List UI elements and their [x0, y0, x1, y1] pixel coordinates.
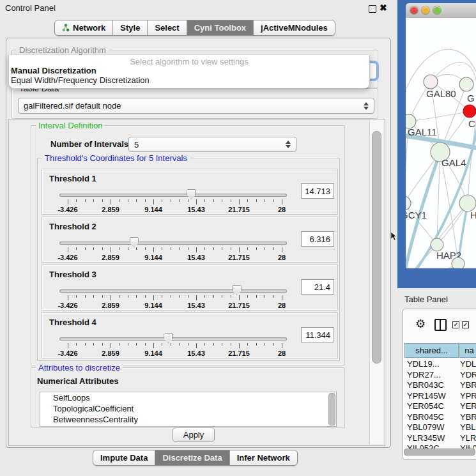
tick-mark [282, 295, 282, 300]
tick-mark [119, 343, 119, 346]
tab-style[interactable]: Style [113, 20, 148, 35]
table-hscrollbar-thumb[interactable] [404, 449, 475, 456]
network-window-titlebar[interactable] [406, 3, 476, 19]
algorithm-dropdown-popup: Select algorithm to view settings Manual… [8, 55, 370, 89]
table-cell-name[interactable]: YBL0 [460, 422, 476, 433]
network-node-g[interactable] [459, 77, 473, 91]
threshold-value-field[interactable]: 14.713 [301, 183, 334, 199]
split-view-icon[interactable] [434, 319, 447, 331]
number-of-intervals-combo[interactable]: 5 [128, 137, 296, 152]
threshold-slider[interactable]: -3.4262.8599.14415.4321.71528 [59, 335, 287, 357]
tick-label: 28 [278, 206, 286, 213]
tick-label: 21.715 [228, 302, 250, 309]
close-panel-icon[interactable]: ✖ [380, 3, 387, 13]
apply-button[interactable]: Apply [173, 427, 215, 442]
attribute-item-selfloops[interactable]: SelfLoops [40, 392, 336, 403]
tab-network[interactable]: Network [55, 20, 113, 35]
algorithm-option-equal-width-frequency-discretization[interactable]: Equal Width/Frequency Discretization [11, 75, 150, 85]
network-node-c[interactable] [463, 105, 476, 118]
table-cell-shared-name[interactable]: YLR345W [407, 433, 458, 444]
table-cell-shared-name[interactable]: YBR045C [407, 412, 458, 423]
mouse-cursor [391, 232, 398, 241]
settings-scrollbar-thumb[interactable] [372, 131, 381, 364]
tab-label: Infer Network [237, 453, 290, 463]
network-node-unnamed[interactable] [452, 257, 464, 268]
threshold-value-field[interactable]: 11.344 [301, 327, 334, 342]
network-edge[interactable] [409, 111, 470, 121]
tab-jactivemnodules[interactable]: jActiveMNodules [254, 20, 335, 35]
table-cell-shared-name[interactable]: YPR145W [407, 391, 458, 402]
table-cell-name[interactable]: YPR1 [460, 391, 476, 402]
slider-track[interactable] [59, 289, 287, 293]
network-canvas[interactable]: GAL80GCGAL11GAL4GCY1HHAP2 [406, 18, 476, 268]
table-cell-name[interactable]: YER0 [460, 401, 476, 412]
tick-mark [222, 199, 222, 202]
threshold-value-field[interactable]: 6.316 [301, 231, 334, 247]
table-cell-name[interactable]: YBR0 [460, 412, 476, 423]
slider-track[interactable] [59, 337, 287, 341]
tick-mark [128, 247, 128, 250]
table-cell-name[interactable]: YLR3 [460, 433, 476, 444]
network-node-gal80[interactable] [424, 75, 438, 89]
attributes-scrollbar-thumb[interactable] [328, 393, 335, 426]
threshold-value-field[interactable]: 21.4 [301, 279, 334, 295]
tick-mark [93, 343, 94, 346]
table-cell-shared-name[interactable]: YBR043C [407, 380, 458, 391]
tab-cyni-toolbox[interactable]: Cyni Toolbox [187, 20, 254, 35]
algorithm-option-manual-discretization[interactable]: Manual Discretization [11, 66, 96, 75]
tick-mark [145, 247, 146, 250]
tick-mark [179, 247, 180, 250]
numerical-attributes-list[interactable]: SelfLoopsTopologicalCoefficientBetweenne… [40, 392, 337, 427]
tick-mark [119, 199, 119, 202]
tick-mark [128, 295, 128, 298]
table-cell-shared-name[interactable]: YBL079W [407, 422, 458, 433]
table-cell-name[interactable]: YDL1 [460, 359, 476, 370]
control-panel-titlebar: Control Panel ✖ [0, 0, 396, 17]
network-node-gcy1[interactable] [406, 196, 411, 210]
threshold-label: Threshold 4 [49, 318, 96, 327]
node-label: GCY1 [406, 210, 427, 220]
traffic-light-minimize-icon[interactable] [422, 6, 429, 14]
attribute-item-betweennesscentrality[interactable]: BetweennessCentrality [40, 414, 336, 425]
column-header-shared[interactable]: shared... [404, 343, 459, 358]
tick-mark [188, 343, 188, 346]
tick-mark [93, 295, 94, 298]
traffic-light-close-icon[interactable] [410, 6, 418, 14]
tick-label: 28 [278, 254, 286, 261]
column-header-na[interactable]: na [459, 343, 476, 358]
tick-mark [68, 247, 68, 252]
tab-select[interactable]: Select [148, 20, 187, 35]
network-edge[interactable] [406, 264, 458, 268]
table-cell-name[interactable]: YBR0 [460, 380, 476, 391]
threshold-label: Threshold 1 [49, 174, 96, 183]
slider-thumb[interactable] [130, 237, 139, 247]
tick-label: 2.859 [102, 206, 119, 213]
float-panel-icon[interactable] [369, 5, 376, 13]
tab-discretize-data[interactable]: Discretize Data [155, 450, 229, 465]
tab-infer-network[interactable]: Infer Network [230, 450, 297, 465]
slider-track[interactable] [59, 194, 287, 197]
threshold-slider[interactable]: -3.4262.8599.14415.4321.71528 [59, 191, 287, 213]
table-data-combo[interactable]: galFiltered.sif default node [18, 98, 374, 114]
checkbox-icon[interactable]: ✓ [452, 321, 459, 328]
table-cell-shared-name[interactable]: YER054C [407, 401, 458, 412]
tab-impute-data[interactable]: Impute Data [93, 450, 155, 465]
tick-mark [239, 295, 240, 300]
slider-thumb[interactable] [164, 333, 173, 343]
attribute-item-topologicalcoefficient[interactable]: TopologicalCoefficient [40, 403, 336, 414]
tick-label: 21.715 [228, 206, 250, 213]
network-node-hap2[interactable] [431, 238, 443, 251]
tab-label: Cyni Toolbox [194, 23, 246, 33]
threshold-slider[interactable]: -3.4262.8599.14415.4321.71528 [59, 287, 287, 309]
gear-icon[interactable]: ⚙ [415, 317, 426, 331]
table-cell-shared-name[interactable]: YDL19... [407, 359, 458, 370]
tick-label: 9.144 [144, 206, 162, 213]
table-cell-shared-name[interactable]: YDR27... [407, 370, 458, 381]
checkbox-icon[interactable]: ✓ [462, 321, 469, 328]
threshold-slider[interactable]: -3.4262.8599.14415.4321.71528 [59, 239, 287, 261]
slider-track[interactable] [59, 242, 287, 245]
table-cell-name[interactable]: YDR2 [460, 370, 476, 381]
slider-thumb[interactable] [233, 285, 242, 295]
traffic-light-zoom-icon[interactable] [433, 6, 441, 14]
slider-thumb[interactable] [187, 189, 196, 199]
